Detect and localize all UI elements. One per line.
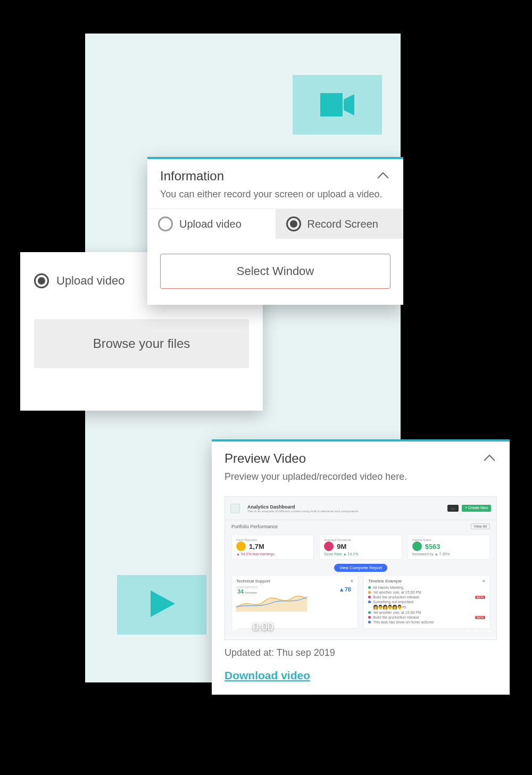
svg-point-5 bbox=[488, 626, 491, 628]
chevron-up-icon[interactable] bbox=[482, 451, 497, 466]
dashboard-subtitle: This is an example of different content … bbox=[247, 510, 358, 513]
mode-tabs: Upload video Record Screen bbox=[147, 209, 403, 239]
radio-unselected-icon bbox=[158, 216, 173, 231]
browse-files-button[interactable]: Browse your files bbox=[34, 319, 249, 368]
svg-rect-0 bbox=[320, 93, 343, 116]
tab-upload-label: Upload video bbox=[179, 218, 242, 230]
timeline-row-text: Build the production release bbox=[373, 595, 419, 599]
dashboard-create-button: + Create New bbox=[462, 505, 491, 512]
dashboard-section-header: Portfolio Performance View All bbox=[225, 520, 496, 532]
play-badge bbox=[117, 575, 206, 635]
svg-marker-1 bbox=[344, 94, 354, 115]
view-all-button: View All bbox=[471, 523, 490, 529]
beta-badge: BETA bbox=[475, 596, 485, 599]
panel-menu-icon: ≡ bbox=[351, 579, 353, 584]
camera-badge bbox=[293, 75, 382, 135]
select-window-button[interactable]: Select Window bbox=[160, 254, 390, 289]
metric-card: Cash Deposits 1,7M ▲ 54.1% less earnings bbox=[231, 535, 314, 560]
metric-icon bbox=[236, 541, 246, 551]
timeline-row: Something not important bbox=[368, 600, 485, 604]
tab-record-label: Record Screen bbox=[307, 218, 378, 230]
camera-icon bbox=[320, 93, 354, 116]
dashboard-logo-icon bbox=[230, 504, 240, 513]
info-card-header: Information bbox=[147, 159, 403, 189]
tab-upload-video[interactable]: Upload video bbox=[147, 209, 276, 239]
dashboard-topbar: Analytics Dashboard This is an example o… bbox=[225, 497, 496, 520]
metric-icon bbox=[324, 541, 334, 551]
metric-card: Capital Gains $563 Increased by ▲ 7.35% bbox=[408, 535, 490, 560]
timeline-row-text: All Hands Meeting bbox=[373, 586, 403, 589]
radio-selected-icon bbox=[34, 273, 49, 288]
timeline-row-text: Something not important bbox=[373, 600, 413, 604]
dashboard-title: Analytics Dashboard bbox=[247, 504, 358, 510]
timeline-avatars-row: 👩👨👩👨👩👨+5 bbox=[368, 605, 485, 610]
metric-card: Invested Dividends 9M Grow Rate ▲ 14.1% bbox=[319, 535, 402, 560]
fullscreen-button[interactable] bbox=[467, 621, 478, 632]
video-controls-overlay: 0:00 bbox=[225, 614, 496, 639]
timeline-row: Build the production releaseBETA bbox=[368, 595, 485, 599]
more-button[interactable] bbox=[488, 621, 491, 632]
select-window-label: Select Window bbox=[237, 264, 314, 278]
video-progress-bar[interactable] bbox=[225, 637, 496, 639]
svg-point-4 bbox=[488, 621, 491, 623]
tab-record-screen[interactable]: Record Screen bbox=[276, 209, 404, 239]
timeline-dot-icon bbox=[368, 586, 371, 589]
download-video-link[interactable]: Download video bbox=[225, 669, 497, 682]
timeline-row: Yet another one, at 15:00 PM bbox=[368, 590, 485, 594]
timeline-dot-icon bbox=[368, 601, 371, 603]
timeline-row: All Hands Meeting bbox=[368, 586, 485, 589]
browse-files-label: Browse your files bbox=[93, 336, 190, 351]
svg-marker-2 bbox=[151, 590, 175, 617]
view-complete-report-button: View Complete Report bbox=[334, 564, 387, 572]
preview-card-subtitle: Preview your upladed/recorded video here… bbox=[212, 471, 510, 491]
preview-card-header: Preview Video bbox=[212, 441, 510, 471]
panel-menu-icon: ≡ bbox=[483, 579, 485, 584]
svg-point-6 bbox=[488, 630, 491, 632]
updated-at-label: Updated at: Thu sep 2019 bbox=[225, 647, 497, 659]
preview-card-title: Preview Video bbox=[225, 451, 306, 466]
portfolio-performance-label: Portfolio Performance bbox=[231, 524, 278, 529]
dashboard-dark-button: — bbox=[447, 505, 459, 512]
play-icon bbox=[146, 588, 177, 621]
svg-marker-3 bbox=[232, 621, 242, 632]
radio-selected-icon bbox=[286, 216, 301, 231]
timeline-dot-icon bbox=[368, 591, 371, 594]
info-card-subtitle: You can either record your screen or upl… bbox=[147, 189, 403, 209]
video-preview[interactable]: Analytics Dashboard This is an example o… bbox=[225, 496, 497, 640]
play-button[interactable] bbox=[230, 620, 243, 633]
chevron-up-icon[interactable] bbox=[376, 169, 390, 184]
timeline-dot-icon bbox=[368, 596, 371, 598]
timeline-row-text: Yet another one, at 15:00 PM bbox=[373, 590, 421, 594]
info-card-title: Information bbox=[160, 169, 224, 184]
metrics-row: Cash Deposits 1,7M ▲ 54.1% less earnings… bbox=[225, 532, 496, 564]
information-card: Information You can either record your s… bbox=[147, 157, 403, 305]
playback-time: 0:00 bbox=[253, 621, 273, 633]
preview-card: Preview Video Preview your upladed/recor… bbox=[212, 439, 510, 695]
metric-icon bbox=[412, 541, 422, 551]
upload-radio-label: Upload video bbox=[56, 274, 124, 288]
